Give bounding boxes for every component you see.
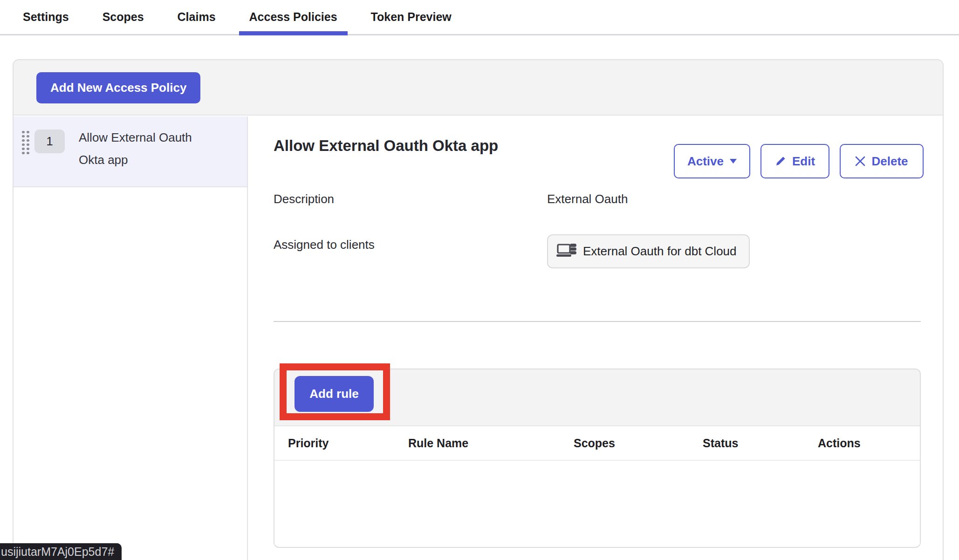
- delete-button-label: Delete: [871, 154, 908, 169]
- assigned-client-chip[interactable]: External Oauth for dbt Cloud: [547, 234, 750, 268]
- tab-bar: Settings Scopes Claims Access Policies T…: [0, 0, 959, 35]
- policy-list: 1 Allow External Oauth Okta app: [14, 116, 248, 560]
- policy-detail-title: Allow External Oauth Okta app: [274, 137, 498, 155]
- section-divider: [274, 321, 921, 322]
- tab-claims[interactable]: Claims: [178, 0, 216, 34]
- column-header-rule-name: Rule Name: [408, 437, 574, 450]
- assigned-client-name: External Oauth for dbt Cloud: [583, 244, 737, 259]
- panel-header: Add New Access Policy: [14, 60, 943, 116]
- column-header-scopes: Scopes: [574, 437, 703, 450]
- close-icon: [855, 156, 865, 166]
- tab-token-preview[interactable]: Token Preview: [371, 0, 452, 34]
- add-rule-button[interactable]: Add rule: [295, 376, 374, 412]
- status-dropdown-button[interactable]: Active: [674, 144, 750, 178]
- policy-list-item[interactable]: 1 Allow External Oauth Okta app: [14, 116, 247, 187]
- tab-scopes[interactable]: Scopes: [103, 0, 144, 34]
- status-url-tooltip: usijiutarM7Aj0Ep5d7#: [0, 543, 122, 560]
- edit-button-label: Edit: [792, 154, 815, 169]
- add-new-access-policy-button[interactable]: Add New Access Policy: [36, 72, 200, 103]
- delete-button[interactable]: Delete: [840, 144, 924, 178]
- chevron-down-icon: [730, 159, 737, 164]
- tab-access-policies[interactable]: Access Policies: [249, 0, 337, 34]
- description-label: Description: [274, 192, 334, 206]
- pencil-icon: [775, 156, 786, 167]
- rules-table-header-row: Priority Rule Name Scopes Status Actions: [274, 426, 920, 461]
- policy-priority-badge: 1: [34, 130, 65, 153]
- policy-name: Allow External Oauth Okta app: [79, 126, 219, 171]
- column-header-actions: Actions: [818, 437, 920, 450]
- tab-settings[interactable]: Settings: [23, 0, 69, 34]
- drag-handle-icon[interactable]: [21, 130, 30, 156]
- column-header-status: Status: [703, 437, 818, 450]
- access-policies-panel: Add New Access Policy 1 Allow External O…: [13, 59, 944, 560]
- rules-table-body: [274, 461, 920, 545]
- assigned-to-clients-label: Assigned to clients: [274, 238, 375, 252]
- policy-action-buttons: Active Edit Delete: [674, 144, 924, 178]
- client-app-icon: [556, 243, 577, 260]
- description-value: External Oauth: [547, 192, 628, 206]
- status-dropdown-label: Active: [687, 154, 724, 169]
- column-header-priority: Priority: [288, 437, 408, 450]
- edit-button[interactable]: Edit: [760, 144, 829, 178]
